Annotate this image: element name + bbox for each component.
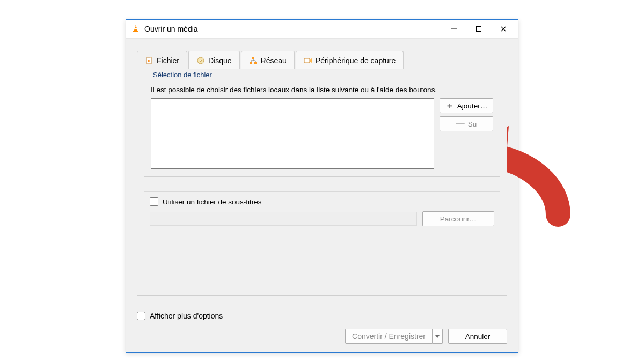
- open-media-window: Ouvrir un média Fichier: [126, 19, 518, 353]
- tab-network[interactable]: Réseau: [241, 51, 295, 70]
- cancel-button-label: Annuler: [465, 333, 491, 341]
- add-file-button[interactable]: ＋ Ajouter…: [440, 98, 493, 113]
- browse-subtitle-button[interactable]: Parcourir…: [422, 211, 494, 226]
- disc-icon: [196, 56, 205, 65]
- svg-rect-1: [135, 26, 136, 27]
- file-selection-help: Il est possible de choisir des fichiers …: [151, 86, 493, 94]
- tab-network-label: Réseau: [261, 56, 287, 65]
- client-area: Fichier Disque Réseau: [126, 39, 518, 352]
- svg-rect-13: [254, 62, 257, 64]
- titlebar: Ouvrir un média: [126, 20, 518, 39]
- convert-split-button[interactable]: Convertir / Enregistrer: [345, 329, 443, 344]
- svg-rect-4: [451, 29, 457, 29]
- remove-file-label: Su: [468, 120, 477, 128]
- svg-rect-2: [134, 28, 137, 29]
- browse-subtitle-label: Parcourir…: [440, 215, 477, 223]
- svg-rect-14: [304, 58, 310, 63]
- chevron-down-icon: [435, 334, 440, 338]
- use-subtitle-label: Utiliser un fichier de sous-titres: [163, 198, 262, 206]
- file-selection-legend: Sélection de fichier: [150, 71, 215, 79]
- window-controls: [442, 21, 516, 37]
- subtitles-group: Utiliser un fichier de sous-titres Parco…: [144, 191, 500, 233]
- use-subtitle-checkbox[interactable]: [150, 197, 158, 206]
- tab-file[interactable]: Fichier: [137, 51, 187, 70]
- remove-file-button[interactable]: — Su: [440, 116, 493, 131]
- convert-button-label: Convertir / Enregistrer: [345, 329, 433, 344]
- more-options-checkbox[interactable]: [137, 312, 145, 320]
- svg-marker-15: [310, 58, 312, 63]
- svg-marker-0: [134, 25, 138, 31]
- subtitle-path-input[interactable]: [150, 212, 417, 226]
- network-icon: [249, 56, 258, 65]
- convert-dropdown[interactable]: [433, 329, 443, 344]
- svg-point-10: [200, 60, 201, 61]
- tab-body-file: Sélection de fichier Il est possible de …: [137, 69, 507, 296]
- cancel-button[interactable]: Annuler: [448, 329, 507, 344]
- file-selection-group: Sélection de fichier Il est possible de …: [144, 76, 500, 177]
- svg-rect-11: [252, 57, 254, 59]
- svg-rect-3: [133, 31, 138, 32]
- tab-file-label: Fichier: [157, 56, 179, 65]
- window-title: Ouvrir un média: [144, 25, 198, 33]
- minimize-button[interactable]: [442, 21, 466, 37]
- file-list[interactable]: [151, 98, 434, 169]
- tab-disc[interactable]: Disque: [188, 51, 240, 70]
- tab-disc-label: Disque: [208, 56, 232, 65]
- vlc-cone-icon: [131, 24, 140, 34]
- tab-capture-label: Périphérique de capture: [316, 56, 396, 65]
- svg-rect-12: [250, 62, 252, 64]
- tab-capture[interactable]: Périphérique de capture: [296, 51, 404, 70]
- close-button[interactable]: [491, 21, 516, 37]
- more-options-label: Afficher plus d'options: [150, 312, 223, 320]
- svg-rect-5: [477, 27, 481, 32]
- add-file-label: Ajouter…: [457, 102, 487, 110]
- footer: Afficher plus d'options Convertir / Enre…: [137, 312, 507, 344]
- tabs: Fichier Disque Réseau: [137, 50, 507, 69]
- maximize-button[interactable]: [466, 21, 491, 37]
- capture-icon: [304, 56, 312, 65]
- svg-marker-16: [435, 335, 440, 338]
- file-icon: [145, 56, 153, 65]
